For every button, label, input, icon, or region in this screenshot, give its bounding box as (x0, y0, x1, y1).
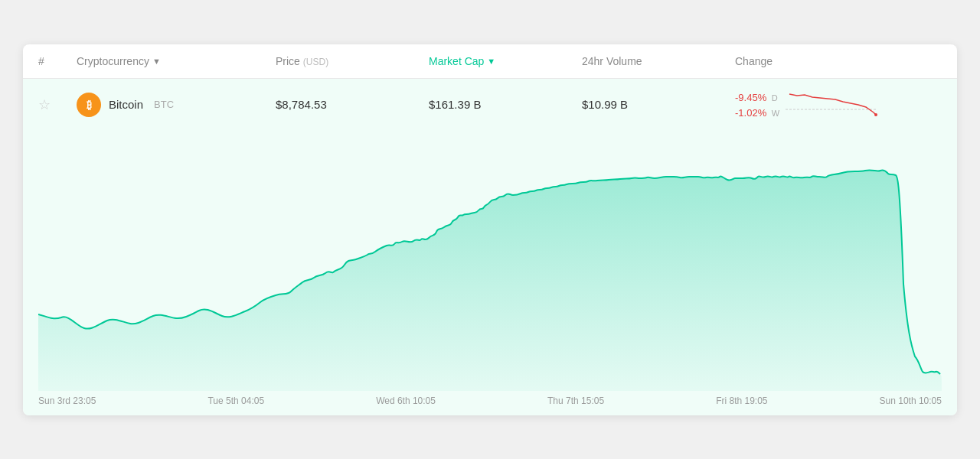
volume-value: $10.99 B (582, 98, 735, 111)
crypto-symbol: BTC (154, 99, 174, 110)
change-values: -9.45% D -1.02% W (735, 90, 779, 119)
change-weekly: -1.02% (735, 107, 766, 119)
star-button[interactable]: ☆ (38, 96, 77, 113)
main-chart-svg (38, 131, 942, 391)
col-hash: # (38, 55, 77, 67)
col-volume: 24hr Volume (582, 55, 735, 67)
col-marketcap[interactable]: Market Cap ▼ (429, 55, 582, 67)
crypto-card: # Cryptocurrency ▼ Price (USD) Market Ca… (23, 44, 957, 415)
svg-point-1 (874, 113, 877, 116)
col-cryptocurrency[interactable]: Cryptocurrency ▼ (77, 55, 276, 67)
sparkline-svg (786, 88, 877, 119)
crypto-name: Bitcoin (109, 98, 143, 111)
change-daily: -9.45% (735, 92, 766, 103)
change-cell: -9.45% D -1.02% W (735, 88, 942, 122)
marketcap-sort-arrow[interactable]: ▼ (487, 57, 495, 66)
btc-icon: ₿ (77, 93, 101, 117)
x-label-3: Wed 6th 10:05 (376, 396, 436, 406)
table-header: # Cryptocurrency ▼ Price (USD) Market Ca… (23, 44, 957, 79)
col-change: Change (735, 55, 942, 67)
table-row: ☆ ₿ Bitcoin BTC $8,784.53 $161.39 B $10.… (23, 79, 957, 131)
star-icon[interactable]: ☆ (38, 97, 51, 112)
col-price: Price (USD) (276, 55, 429, 67)
price-value: $8,784.53 (276, 98, 429, 111)
x-axis-labels: Sun 3rd 23:05 Tue 5th 04:05 Wed 6th 10:0… (23, 391, 957, 415)
change-daily-label: D (772, 93, 778, 103)
x-label-5: Fri 8th 19:05 (716, 396, 767, 406)
change-weekly-label: W (772, 109, 779, 118)
crypto-cell: ₿ Bitcoin BTC (77, 93, 276, 117)
x-label-2: Tue 5th 04:05 (207, 396, 264, 406)
main-chart-area (23, 131, 957, 391)
cryptocurrency-sort-arrow[interactable]: ▼ (152, 57, 161, 66)
x-label-4: Thu 7th 15:05 (547, 396, 604, 406)
x-label-6: Sun 10th 10:05 (880, 396, 942, 406)
x-label-1: Sun 3rd 23:05 (38, 396, 96, 406)
mini-sparkline (786, 88, 942, 122)
marketcap-value: $161.39 B (429, 98, 582, 111)
